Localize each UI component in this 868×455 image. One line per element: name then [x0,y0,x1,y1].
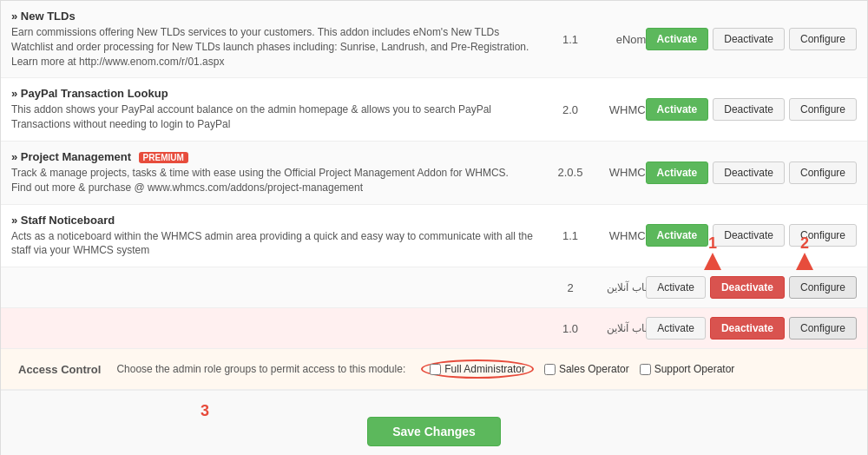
support-operator-label: Support Operator [654,363,735,375]
premium-badge: PREMIUM [139,152,188,163]
full-admin-option[interactable]: Full Administrator [421,359,534,379]
addon-row-arabic-1: 2 وهاب آنلاين Activate Deactivate Config… [1,267,867,308]
addon-version-arabic-1: 2 [544,281,596,294]
access-control-label: Access Control [18,363,101,376]
activate-button-arabic-1[interactable]: Activate [646,276,706,299]
deactivate-button-staff-noticeboard[interactable]: Deactivate [713,224,785,247]
addon-row-staff-noticeboard: » Staff Noticeboard Acts as a noticeboar… [1,205,867,268]
addon-version-paypal-lookup: 2.0 [544,103,596,116]
addon-desc-project-management: Track & manage projects, tasks & time wi… [11,166,536,195]
deactivate-button-paypal-lookup[interactable]: Deactivate [713,98,785,121]
addon-actions-project-management: Activate Deactivate Configure [666,162,857,184]
addon-desc-new-tlds: Earn commissions offering New TLDs servi… [11,25,536,69]
configure-button-paypal-lookup[interactable]: Configure [789,98,857,121]
save-changes-section: Save Changes [1,390,867,455]
addon-version-project-management: 2.0.5 [544,166,596,179]
addon-actions-arabic-1: Activate Deactivate Configure [666,276,857,299]
addon-title-paypal-lookup: » PayPal Transaction Lookup [11,87,536,100]
support-operator-option[interactable]: Support Operator [640,363,735,375]
addon-info-project-management: » Project Management PREMIUM Track & man… [11,150,544,195]
deactivate-button-arabic-2[interactable]: Deactivate [710,317,785,340]
access-control-description: Choose the admin role groups to permit a… [116,363,405,375]
addon-version-staff-noticeboard: 1.1 [544,229,596,242]
activate-button-paypal-lookup[interactable]: Activate [646,98,709,121]
addon-info-paypal-lookup: » PayPal Transaction Lookup This addon s… [11,87,544,132]
support-operator-checkbox[interactable] [640,364,651,375]
addon-title-new-tlds: » New TLDs [11,10,536,23]
addon-desc-staff-noticeboard: Acts as a noticeboard within the WHMCS a… [11,229,536,259]
deactivate-button-arabic-1[interactable]: Deactivate [710,276,785,299]
sales-operator-checkbox[interactable] [544,364,556,375]
addon-info-new-tlds: » New TLDs Earn commissions offering New… [11,10,544,69]
addon-info-staff-noticeboard: » Staff Noticeboard Acts as a noticeboar… [11,214,544,259]
access-control-section: Access Control Choose the admin role gro… [1,349,867,390]
addon-actions-new-tlds: Activate Deactivate Configure [666,28,857,50]
addon-title-staff-noticeboard: » Staff Noticeboard [11,214,536,227]
activate-button-staff-noticeboard[interactable]: Activate [646,224,709,247]
addon-desc-paypal-lookup: This addon shows your PayPal account bal… [11,102,536,132]
addon-title-project-management: » Project Management PREMIUM [11,150,536,163]
configure-button-new-tlds[interactable]: Configure [789,28,857,50]
activate-button-new-tlds[interactable]: Activate [646,28,709,50]
sales-operator-option[interactable]: Sales Operator [544,363,629,375]
full-admin-label: Full Administrator [444,363,525,375]
configure-button-staff-noticeboard[interactable]: Configure [789,224,857,247]
addon-row-project-management: » Project Management PREMIUM Track & man… [1,142,867,205]
addon-row-arabic-2: 1.0 وهاب آنلاين Activate Deactivate Conf… [1,308,867,349]
addon-row-paypal-lookup: » PayPal Transaction Lookup This addon s… [1,78,867,142]
configure-button-arabic-1[interactable]: Configure [789,276,857,299]
activate-button-arabic-2[interactable]: Activate [646,317,706,340]
deactivate-button-project-management[interactable]: Deactivate [713,162,785,184]
access-control-checkboxes: Full Administrator Sales Operator Suppor… [421,359,734,379]
addon-actions-paypal-lookup: Activate Deactivate Configure [666,98,857,121]
addon-version-arabic-2: 1.0 [544,322,596,335]
activate-button-project-management[interactable]: Activate [646,162,709,184]
configure-button-project-management[interactable]: Configure [789,162,857,184]
sales-operator-label: Sales Operator [559,363,629,375]
addon-row-new-tlds: » New TLDs Earn commissions offering New… [1,1,867,78]
addon-actions-arabic-2: Activate Deactivate Configure [666,317,857,340]
save-changes-button[interactable]: Save Changes [367,417,501,446]
configure-button-arabic-2[interactable]: Configure [789,317,857,340]
deactivate-button-new-tlds[interactable]: Deactivate [713,28,785,50]
addon-version-new-tlds: 1.1 [544,33,596,46]
full-admin-checkbox[interactable] [430,364,441,375]
addon-actions-staff-noticeboard: Activate Deactivate Configure [666,224,857,247]
